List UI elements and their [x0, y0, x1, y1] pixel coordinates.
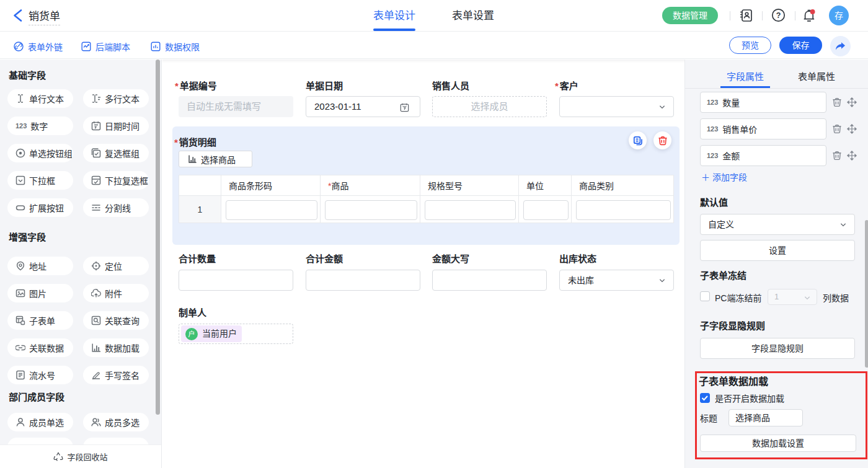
- svg-text:?: ?: [776, 11, 781, 20]
